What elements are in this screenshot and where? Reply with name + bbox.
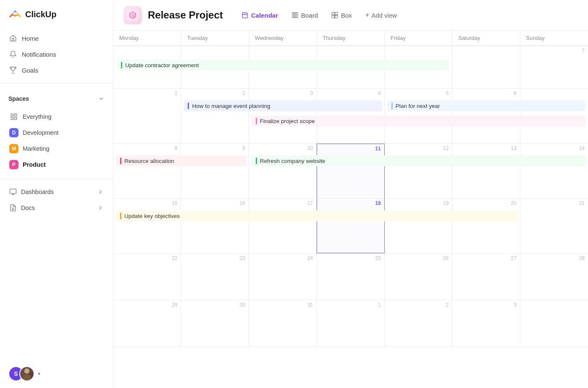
- event-refresh-website-label: Refresh company website: [260, 158, 325, 164]
- event-refresh-website[interactable]: Refresh company website: [252, 155, 585, 166]
- date-w2-4: 12: [385, 144, 452, 151]
- cal-cell-w4-4[interactable]: 26: [385, 254, 452, 300]
- cal-cell-w0-5[interactable]: [452, 46, 520, 88]
- cal-cell-w2-5[interactable]: 13: [452, 144, 520, 198]
- cal-cell-w1-0[interactable]: 1: [113, 89, 181, 143]
- cal-cell-w2-1[interactable]: 9: [181, 144, 249, 198]
- product-label: Product: [23, 161, 46, 168]
- event-indicator: [121, 62, 122, 68]
- add-view-button[interactable]: + Add view: [360, 8, 403, 22]
- sidebar-item-marketing[interactable]: M Marketing: [4, 141, 109, 157]
- event-indicator-3: [391, 102, 393, 109]
- cal-cell-w4-3[interactable]: 25: [317, 254, 384, 300]
- event-finalize-project[interactable]: Finalize project scope: [252, 115, 585, 126]
- svg-rect-4: [15, 118, 17, 120]
- sidebar-item-everything[interactable]: Everything: [4, 109, 109, 125]
- cal-cell-w2-2[interactable]: 10: [249, 144, 317, 198]
- date-w1-5: 6: [452, 89, 520, 96]
- sidebar-item-notifications[interactable]: Notifications: [4, 46, 109, 62]
- docs-label: Docs: [21, 204, 35, 211]
- cal-cell-w4-0[interactable]: 22: [113, 254, 181, 300]
- cal-cell-w3-1[interactable]: 16: [181, 199, 249, 253]
- cal-cell-w5-5[interactable]: 3: [452, 300, 520, 346]
- cal-cell-w5-4[interactable]: 2: [385, 300, 452, 346]
- sidebar-item-home-label: Home: [22, 35, 39, 42]
- day-header-tuesday: Tuesday: [181, 31, 249, 46]
- add-view-plus-icon: +: [365, 11, 369, 19]
- cal-cell-w0-6[interactable]: 7: [520, 46, 588, 88]
- cal-cell-w4-6[interactable]: 28: [520, 254, 588, 300]
- event-update-contractor[interactable]: Update contractor agreement: [117, 60, 449, 71]
- dashboard-icon: [9, 188, 17, 196]
- cal-cell-w5-2[interactable]: 31: [249, 300, 317, 346]
- cal-cell-w5-1[interactable]: 30: [181, 300, 249, 346]
- cal-cell-w2-0[interactable]: 8: [113, 144, 181, 198]
- cal-cell-w2-3-today[interactable]: 11: [317, 144, 384, 198]
- svg-rect-19: [335, 12, 338, 15]
- sidebar-item-goals[interactable]: Goals: [4, 62, 109, 78]
- spaces-header[interactable]: Spaces: [8, 94, 105, 104]
- cal-cell-w5-3[interactable]: 1: [317, 300, 384, 346]
- sidebar-item-development[interactable]: D Development: [4, 125, 109, 141]
- date-w5-6: [520, 300, 588, 302]
- avatar-group[interactable]: S: [8, 366, 34, 381]
- cal-cell-w4-2[interactable]: 24: [249, 254, 317, 300]
- cal-cell-w4-1[interactable]: 23: [181, 254, 249, 300]
- cal-cell-w3-3-today[interactable]: 18: [317, 199, 384, 253]
- sidebar-nav: Home Notifications Goals: [0, 29, 113, 80]
- tab-box-label: Box: [341, 12, 352, 19]
- sidebar-item-product[interactable]: P Product: [4, 157, 109, 173]
- tab-calendar[interactable]: Calendar: [236, 9, 284, 22]
- day-header-friday: Friday: [385, 31, 452, 46]
- date-w0-1: [181, 46, 248, 48]
- add-view-label: Add view: [371, 12, 397, 19]
- date-w0-0: [113, 46, 181, 48]
- date-w2-5: 13: [452, 144, 520, 151]
- date-w5-2: 31: [249, 300, 316, 308]
- event-update-key-objectives-label: Update key objectives: [124, 213, 180, 219]
- chevron-right-icon: [97, 189, 104, 195]
- sidebar-item-dashboards[interactable]: Dashboards: [4, 184, 109, 200]
- date-w2-6: 14: [520, 144, 588, 151]
- cal-cell-w3-4[interactable]: 19: [385, 199, 452, 253]
- cal-cell-w5-0[interactable]: 29: [113, 300, 181, 346]
- event-indicator-2: [188, 102, 189, 109]
- date-w1-2: 3: [249, 89, 316, 96]
- date-w4-2: 24: [249, 254, 316, 261]
- date-w1-3: 4: [317, 89, 384, 96]
- cal-cell-w4-5[interactable]: 27: [452, 254, 520, 300]
- tab-board[interactable]: Board: [286, 9, 324, 22]
- event-plan-next-year[interactable]: Plan for next year: [387, 100, 585, 111]
- event-update-key-objectives[interactable]: Update key objectives: [116, 210, 518, 221]
- cal-cell-w1-1[interactable]: 2: [181, 89, 249, 143]
- cal-cell-w5-6[interactable]: [520, 300, 588, 346]
- project-icon: [123, 6, 142, 24]
- board-tab-icon: [291, 12, 298, 18]
- cal-cell-w3-5[interactable]: 20: [452, 199, 520, 253]
- sidebar-bottom-nav: Dashboards Docs: [0, 182, 113, 218]
- grid-icon: [10, 113, 18, 121]
- event-finalize-project-label: Finalize project scope: [260, 118, 315, 124]
- event-how-to-manage[interactable]: How to manage event planning: [184, 100, 382, 111]
- cal-cell-w3-2[interactable]: 17: [249, 199, 317, 253]
- svg-rect-17: [296, 13, 297, 18]
- cal-cell-w2-4[interactable]: 12: [385, 144, 452, 198]
- bell-icon: [9, 50, 17, 58]
- event-plan-next-year-label: Plan for next year: [396, 103, 440, 109]
- sidebar-item-docs[interactable]: Docs: [4, 200, 109, 216]
- cal-cell-w2-6[interactable]: 14: [520, 144, 588, 198]
- calendar-week-1: 1 2 3 4 5 6: [113, 89, 588, 144]
- logo-text: ClickUp: [25, 10, 56, 19]
- cal-cell-w3-0[interactable]: 15: [113, 199, 181, 253]
- chevron-right-icon2: [97, 204, 104, 211]
- sidebar-item-home[interactable]: Home: [4, 30, 109, 46]
- cal-cell-w3-6[interactable]: 21: [520, 199, 588, 253]
- everything-icon: [9, 112, 18, 121]
- event-resource-allocation[interactable]: Resource allocation: [116, 155, 247, 166]
- tab-box[interactable]: Box: [326, 9, 358, 22]
- development-badge: D: [9, 128, 18, 137]
- event-indicator-4: [256, 118, 257, 124]
- date-w4-6: 28: [520, 254, 588, 261]
- calendar-tab-icon: [242, 12, 248, 18]
- tab-calendar-label: Calendar: [251, 12, 278, 19]
